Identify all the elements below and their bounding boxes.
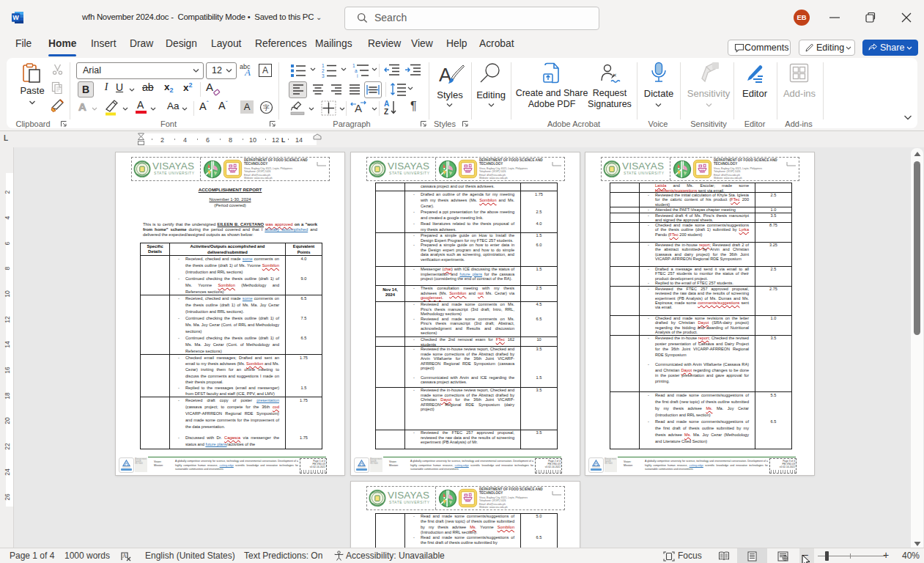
svg-text:3: 3	[322, 73, 325, 78]
svg-text:a: a	[355, 68, 358, 73]
svg-text:W: W	[12, 14, 19, 21]
svg-text:字: 字	[263, 104, 270, 111]
svg-text:1: 1	[322, 63, 325, 68]
svg-text:i: i	[357, 73, 358, 78]
svg-text:2: 2	[322, 68, 325, 73]
svg-text:A: A	[384, 100, 389, 108]
svg-text:Z: Z	[384, 108, 388, 116]
svg-text:1: 1	[352, 63, 355, 68]
svg-text:A: A	[122, 553, 127, 559]
svg-text:✕: ✕	[613, 73, 617, 78]
